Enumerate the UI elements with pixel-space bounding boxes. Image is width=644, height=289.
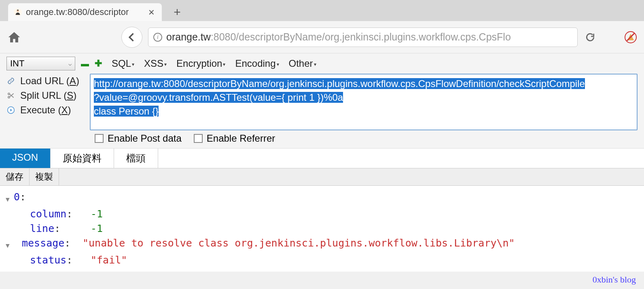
split-url-button[interactable]: Split URL (S) [6,90,87,101]
json-value: -1 [91,207,103,221]
textarea-line: class Person {} [94,106,159,117]
enable-post-checkbox[interactable]: Enable Post data [95,133,182,144]
address-row: i orange.tw:8080/descriptorByName/org.je… [0,21,644,53]
hackbar-menus: SQL▾ XSS▾ Encryption▾ Encoding▾ Other▾ [112,58,316,69]
tab-raw[interactable]: 原始資料 [51,149,114,168]
svg-rect-1 [17,10,19,11]
new-tab-button[interactable]: + [170,5,184,19]
scissors-icon [6,91,15,100]
minus-icon[interactable]: ▬ [81,59,89,68]
copy-button[interactable]: 複製 [30,168,59,185]
type-select-value: INT [10,58,24,69]
load-url-button[interactable]: Load URL (A) [6,75,87,87]
tab-headers[interactable]: 檔頭 [114,149,158,168]
watermark: 0xbin's blog [593,274,636,285]
info-icon[interactable]: i [153,33,162,42]
tab-json[interactable]: JSON [0,149,51,168]
execute-button[interactable]: Execute (X) [6,104,87,116]
response-actions: 儲存 複製 [0,168,644,186]
collapse-icon[interactable]: ▼ [6,238,14,253]
save-button[interactable]: 儲存 [0,168,30,185]
hackbar-sidebar: Load URL (A) Split URL (S) Execute (X) [6,74,87,116]
tab-title: orange.tw:8080/descriptor [26,7,143,17]
reload-button[interactable] [583,30,597,44]
menu-xss[interactable]: XSS▾ [144,58,167,69]
menu-encoding[interactable]: Encoding▾ [235,58,279,69]
back-button[interactable] [121,27,142,48]
checkbox-icon [194,134,203,143]
collapse-icon[interactable]: ▼ [6,192,14,207]
json-viewer: ▼ 0: column: -1 line: -1 ▼ message: "una… [0,186,644,272]
menu-other[interactable]: Other▾ [289,58,316,69]
noscript-icon[interactable] [625,31,637,43]
address-text: orange.tw:8080/descriptorByName/org.jenk… [166,31,511,43]
menu-sql[interactable]: SQL▾ [112,58,134,69]
menu-encryption[interactable]: Encryption▾ [176,58,225,69]
json-value: -1 [91,221,103,236]
json-key: line [30,223,54,234]
json-key: status [30,254,66,266]
checkbox-icon [95,134,104,143]
textarea-line: http://orange.tw:8080/descriptorByName/o… [94,78,585,89]
browser-tabbar: orange.tw:8080/descriptor × + [0,0,644,21]
browser-tab[interactable]: orange.tw:8080/descriptor × [8,3,162,21]
home-icon[interactable] [7,30,21,44]
play-icon [6,106,15,115]
response-tabs: JSON 原始資料 檔頭 [0,149,644,168]
json-key: 0 [14,190,20,204]
hackbar-panel: INT ⌵ ▬ ✚ SQL▾ XSS▾ Encryption▾ Encoding… [0,53,644,149]
plus-icon[interactable]: ✚ [95,58,102,69]
chevron-down-icon: ⌵ [68,60,72,67]
address-bar[interactable]: i orange.tw:8080/descriptorByName/org.je… [148,28,578,47]
json-value: "fail" [91,253,127,268]
favicon-icon [14,8,22,16]
json-key: message [22,237,64,249]
type-select[interactable]: INT ⌵ [6,57,75,70]
json-value: "unable to resolve class org.jenkinsci.p… [83,236,515,251]
json-key: column [30,208,66,220]
link-icon [6,76,15,85]
tab-close-icon[interactable]: × [147,6,156,19]
textarea-line: ?value=@groovy.transform.ASTTest(value={… [94,92,343,103]
enable-referrer-checkbox[interactable]: Enable Referrer [194,133,275,144]
url-textarea[interactable]: http://orange.tw:8080/descriptorByName/o… [90,74,638,130]
